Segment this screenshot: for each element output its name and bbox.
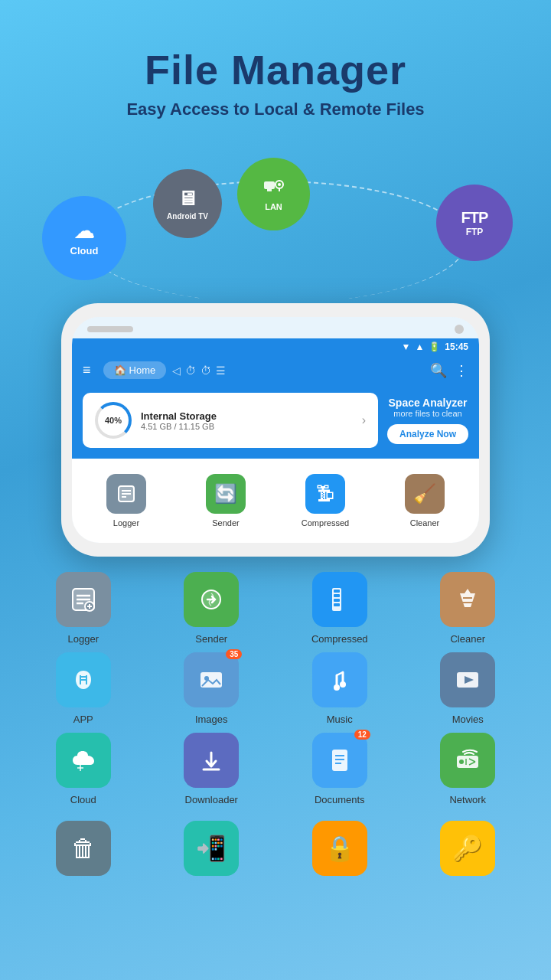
storage-circle: 40% <box>95 402 132 439</box>
sender-icon: 🔄 <box>206 474 246 514</box>
app-downloader-icon <box>184 733 239 788</box>
phone-top-bar <box>72 317 479 338</box>
svg-rect-20 <box>334 599 340 602</box>
svg-rect-18 <box>334 590 340 593</box>
search-icon[interactable]: 🔍 <box>430 362 447 379</box>
conn-android-tv[interactable]: 🖥 Android TV <box>153 169 222 238</box>
home-icon: 🏠 <box>114 364 126 376</box>
app-compressed-icon <box>312 572 367 627</box>
sa-title: Space Analyzer <box>387 397 468 409</box>
conn-ftp[interactable]: FTP FTP <box>436 185 513 261</box>
app-item-sender[interactable]: Sender <box>152 572 272 645</box>
documents-badge: 12 <box>354 730 370 740</box>
svg-rect-0 <box>264 181 275 189</box>
nav-icons: ◁ ⏱ ⏱ ☰ <box>172 364 226 377</box>
app-images-icon: 35 <box>184 652 239 707</box>
storage-info: Internal Storage 4.51 GB / 11.15 GB <box>141 410 217 431</box>
app-music-label: Music <box>327 714 353 725</box>
images-badge: 35 <box>226 649 242 659</box>
app-images-label: Images <box>195 714 228 725</box>
app-item-cleaner[interactable]: Cleaner <box>408 572 529 645</box>
cleaner-label: Cleaner <box>410 518 440 528</box>
app-music-icon <box>312 652 367 707</box>
conn-cloud[interactable]: ☁ Cloud <box>42 196 126 280</box>
bottom-item-trash[interactable]: 🗑 <box>23 821 144 876</box>
app-item-compressed[interactable]: Compressed <box>279 572 400 645</box>
file-item-compressed[interactable]: 🗜 Compressed <box>277 468 373 534</box>
app-item-logger[interactable]: Logger <box>23 572 144 645</box>
compressed-icon: 🗜 <box>305 474 345 514</box>
svg-point-27 <box>340 681 346 688</box>
app-item-app[interactable]: APP <box>23 652 144 725</box>
app-logger-icon <box>56 572 111 627</box>
app-app-icon <box>56 652 111 707</box>
home-breadcrumb[interactable]: 🏠 Home <box>103 361 167 379</box>
app-documents-label: Documents <box>315 794 365 805</box>
tv-icon: 🖥 <box>178 187 197 211</box>
bottom-key-icon: 🔑 <box>440 821 495 876</box>
more-icon[interactable]: ⋮ <box>455 362 468 379</box>
conn-lan[interactable]: LAN <box>237 158 310 230</box>
svg-point-38 <box>459 760 464 764</box>
phone-file-grid: Logger 🔄 Sender 🗜 Compressed 🧹 Cleaner <box>72 459 479 543</box>
battery-icon: 🔋 <box>429 341 440 352</box>
storage-size: 4.51 GB / 11.15 GB <box>141 422 217 431</box>
app-logger-label: Logger <box>68 633 99 645</box>
ftp-icon: FTP <box>461 209 488 227</box>
storage-card[interactable]: 40% Internal Storage 4.51 GB / 11.15 GB … <box>83 393 378 448</box>
logger-label: Logger <box>113 518 139 528</box>
app-item-documents[interactable]: 12 Documents <box>279 733 400 805</box>
app-cleaner-icon <box>440 572 495 627</box>
app-app-label: APP <box>73 714 93 725</box>
svg-rect-21 <box>334 603 340 606</box>
network-icon: ▲ <box>415 341 424 352</box>
logger-icon <box>106 474 146 514</box>
bottom-lock-icon: 🔒 <box>312 821 367 876</box>
app-grid: Logger Sender <box>23 572 528 805</box>
analyze-button[interactable]: Analyze Now <box>387 424 468 444</box>
bottom-transfer-icon: 📲 <box>184 821 239 876</box>
svg-point-3 <box>278 183 281 186</box>
app-compressed-label: Compressed <box>311 633 368 645</box>
storage-title: Internal Storage <box>141 410 217 422</box>
sender-label: Sender <box>212 518 239 528</box>
phone-camera <box>455 325 464 334</box>
bottom-item-key[interactable]: 🔑 <box>408 821 529 876</box>
app-item-downloader[interactable]: Downloader <box>152 733 272 805</box>
app-network-label: Network <box>449 794 486 805</box>
nav-icon-1: ◁ <box>172 364 181 377</box>
connectivity-section: ☁ Cloud 🖥 Android TV LAN FTP FTP <box>0 142 551 318</box>
bottom-item-transfer[interactable]: 📲 <box>152 821 272 876</box>
cleaner-icon: 🧹 <box>405 474 445 514</box>
main-app-grid-section: Logger Sender <box>0 557 551 813</box>
header-section: File Manager Easy Access to Local & Remo… <box>0 0 551 135</box>
app-title: File Manager <box>31 46 520 93</box>
app-movies-icon <box>440 652 495 707</box>
app-item-cloud[interactable]: Cloud <box>23 733 144 805</box>
svg-rect-1 <box>267 189 272 191</box>
phone-storage-bar: 40% Internal Storage 4.51 GB / 11.15 GB … <box>72 385 479 459</box>
cloud-icon: ☁ <box>74 220 94 243</box>
lan-icon <box>262 177 285 201</box>
app-movies-label: Movies <box>452 714 484 725</box>
phone-nav-bar[interactable]: ≡ 🏠 Home ◁ ⏱ ⏱ ☰ 🔍 ⋮ <box>72 355 479 385</box>
phone-mockup: ▼ ▲ 🔋 15:45 ≡ 🏠 Home ◁ ⏱ ⏱ ☰ <box>61 303 490 557</box>
app-item-music[interactable]: Music <box>279 652 400 725</box>
hamburger-icon[interactable]: ≡ <box>83 362 91 378</box>
bottom-item-lock[interactable]: 🔒 <box>279 821 400 876</box>
file-item-sender[interactable]: 🔄 Sender <box>178 468 274 534</box>
file-item-logger[interactable]: Logger <box>78 468 174 534</box>
compressed-label: Compressed <box>302 518 349 528</box>
nav-icon-4: ☰ <box>216 364 226 377</box>
app-item-network[interactable]: Network <box>408 733 529 805</box>
phone-speaker <box>87 326 133 332</box>
nav-right-icons[interactable]: 🔍 ⋮ <box>430 362 468 379</box>
app-item-images[interactable]: 35 Images <box>152 652 272 725</box>
svg-point-26 <box>334 684 340 691</box>
svg-rect-19 <box>334 594 340 597</box>
status-time: 15:45 <box>445 341 468 352</box>
app-item-movies[interactable]: Movies <box>408 652 529 725</box>
signal-icon: ▼ <box>402 341 411 352</box>
file-item-cleaner[interactable]: 🧹 Cleaner <box>377 468 473 534</box>
phone-status-bar: ▼ ▲ 🔋 15:45 <box>72 338 479 355</box>
